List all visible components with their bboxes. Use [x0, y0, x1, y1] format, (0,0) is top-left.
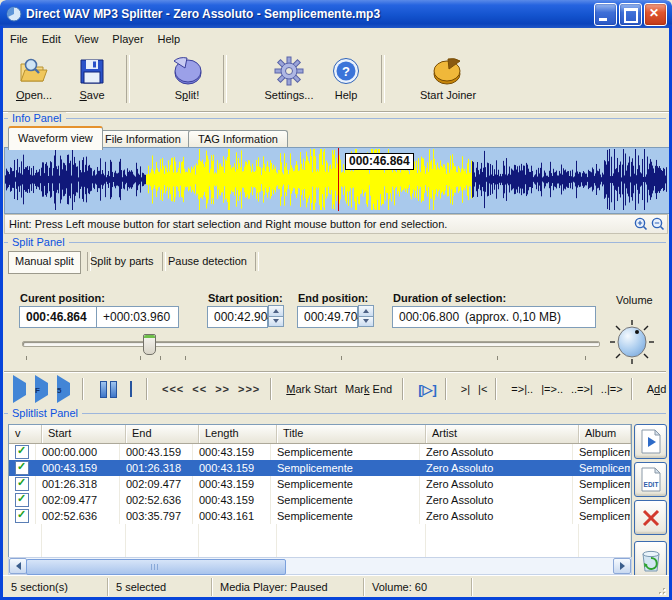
- row-checkbox[interactable]: [15, 445, 29, 459]
- play-section-button[interactable]: [634, 424, 667, 459]
- start-position-label: Start position:: [208, 292, 283, 304]
- table-row[interactable]: 002:09.477002:52.636 000:43.159Semplicem…: [9, 492, 631, 508]
- help-button[interactable]: ? Help: [323, 49, 369, 109]
- scroll-right-button[interactable]: [613, 558, 631, 574]
- save-button[interactable]: Save: [69, 49, 115, 109]
- tab-split-by-parts[interactable]: Split by parts: [90, 255, 154, 267]
- play-button[interactable]: [13, 383, 26, 395]
- tab-pause-detection[interactable]: Pause detection: [168, 255, 247, 267]
- start-joiner-button[interactable]: Start Joiner: [406, 49, 490, 109]
- row-checkbox[interactable]: [15, 477, 29, 491]
- snap-start-back-button[interactable]: |=>..: [541, 383, 563, 395]
- seek-forward-fast-button[interactable]: >>>: [238, 383, 260, 395]
- menu-player[interactable]: Player: [105, 31, 150, 47]
- open-button[interactable]: Open...: [9, 49, 59, 109]
- mark-start-button[interactable]: Mark Start: [286, 383, 337, 395]
- column-check[interactable]: v: [9, 425, 42, 443]
- spin-up-icon[interactable]: [358, 305, 374, 316]
- column-end[interactable]: End: [126, 425, 199, 443]
- split-button[interactable]: Split!: [157, 49, 217, 109]
- resize-grip[interactable]: [655, 584, 667, 596]
- row-checkbox[interactable]: [15, 493, 29, 507]
- seek-forward-button[interactable]: >>: [215, 383, 230, 395]
- close-button[interactable]: [644, 3, 667, 26]
- save-floppy-icon: [79, 55, 105, 87]
- tab-waveform-view[interactable]: Waveform view: [8, 126, 103, 150]
- menu-help[interactable]: Help: [151, 31, 188, 47]
- end-position-field[interactable]: 000:49.704: [297, 306, 358, 328]
- position-slider[interactable]: [22, 334, 600, 360]
- column-album[interactable]: Album: [579, 425, 631, 443]
- edit-section-button[interactable]: EDIT: [634, 462, 667, 497]
- toolbar-separator: [126, 55, 130, 103]
- spin-up-icon[interactable]: [268, 305, 284, 316]
- end-position-spinner[interactable]: [358, 305, 374, 327]
- table-hscrollbar[interactable]: [8, 557, 632, 575]
- spin-down-icon[interactable]: [358, 316, 374, 328]
- stop-button[interactable]: [130, 381, 132, 397]
- seek-back-button[interactable]: <<: [192, 383, 207, 395]
- menu-file[interactable]: File: [3, 31, 35, 47]
- jump-to-end-button[interactable]: >|: [461, 383, 470, 395]
- snap-end-forward-button[interactable]: ..=>|: [571, 383, 593, 395]
- row-checkbox[interactable]: [15, 509, 29, 523]
- seek-back-fast-button[interactable]: <<<: [162, 383, 184, 395]
- help-icon: ?: [332, 55, 360, 87]
- table-row-empty: [9, 524, 631, 540]
- scroll-thumb[interactable]: [26, 559, 286, 575]
- clear-splitlist-button[interactable]: [634, 541, 667, 578]
- current-position-delta: +000:03.960: [97, 307, 176, 327]
- start-position-spinner[interactable]: [268, 305, 284, 327]
- waveform-display[interactable]: 000:46.864: [4, 147, 670, 214]
- volume-knob[interactable]: [608, 318, 656, 366]
- table-row[interactable]: 000:00.000000:43.159 000:43.159Semplicem…: [9, 444, 631, 460]
- table-row[interactable]: 002:52.636003:35.797 000:43.161Semplicem…: [9, 508, 631, 524]
- app-window: Direct WAV MP3 Splitter - Zero Assoluto …: [0, 0, 672, 600]
- maximize-button[interactable]: [619, 3, 642, 26]
- menu-edit[interactable]: Edit: [35, 31, 68, 47]
- table-row[interactable]: 001:26.318002:09.477 000:43.159Semplicem…: [9, 476, 631, 492]
- svg-text:EDIT: EDIT: [643, 481, 658, 488]
- play-last-seconds-button[interactable]: 5: [57, 383, 70, 395]
- slider-thumb[interactable]: [143, 334, 156, 355]
- snap-start-forward-button[interactable]: =>|..: [511, 383, 533, 395]
- hint-text: Hint: Press Left mouse button for start …: [5, 218, 633, 230]
- current-position-label: Curent position:: [20, 292, 105, 304]
- volume-label: Volume: [616, 294, 653, 306]
- status-player: Media Player: Paused: [212, 578, 364, 596]
- pause-button[interactable]: [100, 381, 117, 398]
- page-edit-icon: EDIT: [640, 467, 662, 492]
- delete-section-button[interactable]: [634, 500, 667, 535]
- column-title[interactable]: Title: [277, 425, 426, 443]
- table-row-selected[interactable]: 000:43.159001:26.318 000:43.159Semplicem…: [9, 460, 631, 476]
- column-artist[interactable]: Artist: [426, 425, 579, 443]
- jump-to-start-button[interactable]: |<: [478, 383, 487, 395]
- zoom-out-button[interactable]: [650, 217, 665, 232]
- title-bar[interactable]: Direct WAV MP3 Splitter - Zero Assoluto …: [0, 0, 672, 28]
- status-sections: 5 section(s): [3, 578, 108, 596]
- mark-end-button[interactable]: Mark End: [345, 383, 392, 395]
- slider-track[interactable]: [22, 341, 600, 347]
- column-start[interactable]: Start: [42, 425, 126, 443]
- snap-end-back-button[interactable]: ..|=>: [601, 383, 623, 395]
- zoom-in-button[interactable]: [633, 217, 648, 232]
- column-length[interactable]: Length: [199, 425, 277, 443]
- scroll-left-button[interactable]: [9, 558, 27, 574]
- toolbar-separator: [381, 55, 385, 103]
- split-tab-separator: [162, 252, 166, 271]
- start-position-field[interactable]: 000:42.904: [207, 306, 268, 328]
- window-title: Direct WAV MP3 Splitter - Zero Assoluto …: [26, 7, 592, 21]
- open-folder-icon: [19, 55, 49, 87]
- menu-view[interactable]: View: [68, 31, 106, 47]
- play-selection-button[interactable]: [▷]: [418, 382, 437, 397]
- help-label: Help: [335, 89, 358, 101]
- waveform-canvas[interactable]: [5, 148, 667, 211]
- row-checkbox[interactable]: [15, 461, 29, 475]
- transport-separator-line: [4, 371, 666, 372]
- play-from-start-button[interactable]: F: [35, 383, 48, 395]
- settings-button[interactable]: Settings...: [255, 49, 323, 109]
- tab-manual-split[interactable]: Manual split: [8, 251, 81, 274]
- save-label: Save: [79, 89, 104, 101]
- spin-down-icon[interactable]: [268, 316, 284, 328]
- minimize-button[interactable]: [594, 3, 617, 26]
